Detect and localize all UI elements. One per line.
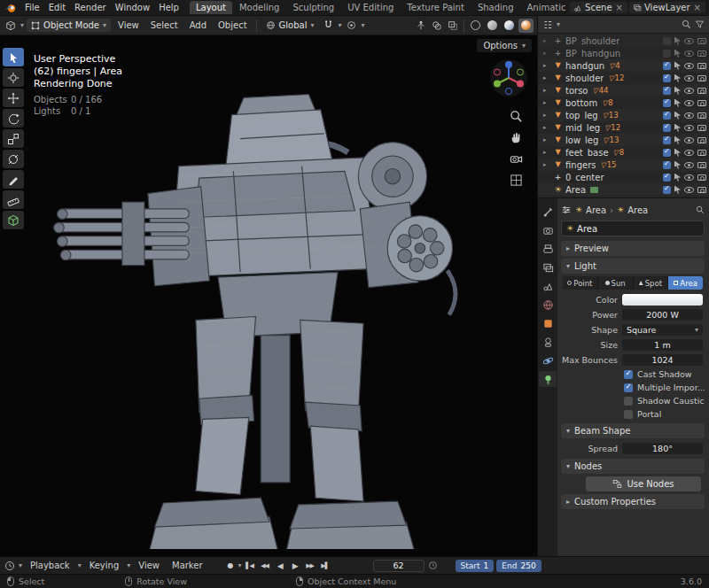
section-nodes[interactable]: ▾ Nodes [561, 459, 705, 474]
hide-viewport-icon[interactable] [684, 63, 694, 69]
cursor-select-icon[interactable] [674, 174, 681, 182]
selectable-checkbox[interactable] [663, 124, 671, 132]
snap-magnet-icon[interactable] [322, 19, 336, 33]
section-light[interactable]: ▾ Light [561, 259, 705, 274]
outliner-row[interactable]: ▸ ▼ shoulder ▽12 [538, 72, 709, 84]
object-name[interactable]: Area [565, 185, 586, 195]
cursor-select-icon[interactable] [674, 87, 681, 95]
menu-edit[interactable]: Edit [44, 2, 70, 13]
hide-render-icon[interactable] [697, 187, 706, 193]
menu-file[interactable]: File [20, 2, 44, 13]
disclosure-icon[interactable]: ▸ [543, 112, 550, 119]
hide-viewport-icon[interactable] [684, 162, 694, 168]
outliner-row[interactable]: ▸ ▼ mid_leg ▽12 [538, 121, 709, 134]
cast-shadow-checkbox[interactable] [624, 370, 633, 379]
viewport-3d[interactable]: Options ▾ User Perspectiv [0, 35, 537, 556]
object-name[interactable]: torso [565, 86, 588, 96]
light-type-area[interactable]: Area [668, 276, 703, 290]
disclosure-icon[interactable]: ▸ [543, 149, 550, 156]
object-name[interactable]: low_leg [565, 135, 598, 145]
outliner-row[interactable]: ▸ ▼ top_leg ▽13 [538, 109, 709, 121]
camera-view-icon[interactable] [510, 152, 523, 166]
hide-render-icon[interactable] [697, 38, 706, 44]
cursor-tool[interactable] [3, 68, 24, 87]
outliner-row[interactable]: ▸ ▼ handgun ▽4 [538, 59, 709, 72]
selectable-checkbox[interactable] [663, 37, 671, 45]
menu-object[interactable]: Object [214, 19, 252, 31]
object-name[interactable]: 0_center [565, 173, 604, 182]
jump-to-start-button[interactable]: ▌◀ [243, 559, 257, 572]
shadow-caustics-checkbox[interactable] [624, 397, 633, 406]
tab-scene[interactable] [539, 278, 557, 294]
outliner-row[interactable]: ▸ ▼ bottom ▽8 [538, 97, 709, 109]
menu-select[interactable]: Select [146, 19, 183, 31]
menu-add[interactable]: Add [185, 19, 211, 31]
hide-render-icon[interactable] [697, 100, 706, 106]
snap-settings-dropdown-icon[interactable]: ▾ [339, 22, 342, 29]
object-name[interactable]: mid_leg [565, 123, 600, 133]
outliner-row[interactable]: ▸ ▼ low_leg ▽13 [538, 134, 709, 146]
object-name[interactable]: handgun [565, 61, 604, 71]
hide-render-icon[interactable] [697, 88, 706, 94]
selectable-checkbox[interactable] [663, 74, 671, 82]
scale-tool[interactable] [3, 129, 24, 148]
hide-viewport-icon[interactable] [684, 150, 694, 156]
object-name[interactable]: bottom [565, 98, 597, 108]
spread-field[interactable]: 180° [622, 443, 703, 454]
selectable-checkbox[interactable] [663, 62, 671, 70]
disclosure-icon[interactable]: ▸ [543, 161, 550, 168]
selectable-checkbox[interactable] [663, 174, 671, 182]
mode-dropdown[interactable]: Object Mode ▾ [27, 19, 111, 32]
hide-viewport-icon[interactable] [684, 75, 694, 81]
outliner-row[interactable]: ▸ + BP_handgun [538, 47, 709, 59]
cursor-select-icon[interactable] [674, 124, 681, 132]
mech-model[interactable] [19, 60, 516, 549]
show-gizmos-icon[interactable] [414, 19, 428, 33]
remove-viewlayer-icon[interactable]: × [693, 3, 702, 12]
outliner-row[interactable]: ▸ ▼ fingers ▽15 [538, 159, 709, 171]
properties-editor-icon[interactable] [561, 205, 572, 215]
hide-render-icon[interactable] [697, 162, 706, 168]
outliner-row[interactable]: + 0_center [538, 171, 709, 183]
disclosure-icon[interactable]: ▸ [543, 74, 550, 81]
hide-render-icon[interactable] [697, 63, 706, 69]
hide-viewport-icon[interactable] [684, 125, 694, 131]
object-name[interactable]: feet_base [565, 148, 609, 158]
breadcrumb-data[interactable]: Area [627, 205, 648, 215]
disclosure-icon[interactable]: ▸ [543, 62, 550, 69]
menu-playback[interactable]: Playback [26, 560, 74, 571]
shading-wireframe-icon[interactable] [468, 19, 483, 33]
add-cube-tool[interactable] [3, 211, 24, 229]
outliner-row[interactable]: ▸ ▼ torso ▽44 [538, 84, 709, 97]
xray-toggle-icon[interactable] [446, 19, 460, 33]
cursor-select-icon[interactable] [674, 136, 681, 144]
menu-view[interactable]: View [134, 560, 164, 571]
section-custom-properties[interactable]: ▸ Custom Properties [561, 494, 705, 509]
menu-view[interactable]: View [113, 19, 144, 31]
menu-marker[interactable]: Marker [168, 560, 207, 571]
cursor-select-icon[interactable] [674, 186, 681, 194]
outliner-filter-icon[interactable] [695, 19, 705, 29]
blender-logo-icon[interactable] [4, 2, 18, 14]
cursor-select-icon[interactable] [674, 74, 681, 82]
tab-constraints[interactable] [539, 334, 557, 350]
tab-render[interactable] [539, 222, 557, 238]
max-bounces-field[interactable]: 1024 [622, 354, 703, 366]
transform-tool[interactable] [3, 150, 24, 168]
power-field[interactable]: 2000 W [622, 309, 703, 321]
workspace-tab-uv-editing[interactable]: UV Editing [341, 1, 400, 14]
show-overlays-icon[interactable] [430, 19, 444, 33]
hide-viewport-icon[interactable] [684, 38, 694, 44]
disclosure-icon[interactable]: ▸ [543, 37, 550, 44]
play-button[interactable]: ▶ [288, 559, 302, 572]
shading-material-icon[interactable] [502, 19, 517, 33]
light-type-point[interactable]: Point [563, 276, 598, 290]
object-name[interactable]: shoulder [565, 74, 604, 83]
shading-solid-icon[interactable] [485, 19, 500, 33]
hide-render-icon[interactable] [697, 150, 706, 156]
options-dropdown[interactable]: Options ▾ [477, 39, 532, 52]
tab-view-layer[interactable] [539, 259, 557, 275]
select-box-tool[interactable] [3, 48, 24, 66]
unlink-scene-icon[interactable]: × [615, 3, 624, 12]
prev-keyframe-button[interactable]: ◀◀ [258, 559, 272, 572]
